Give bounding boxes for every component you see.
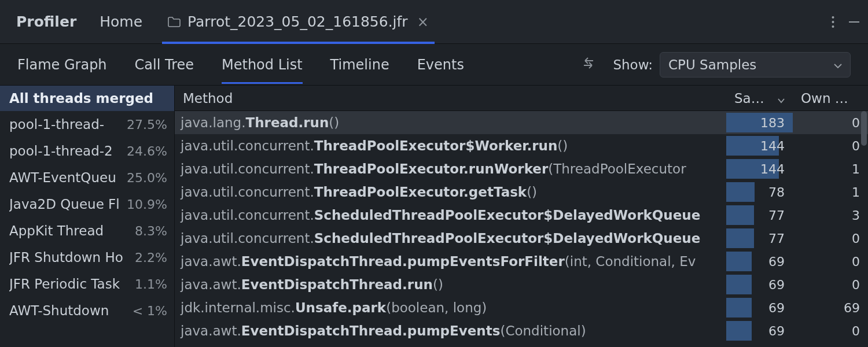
cell-method: java.awt.EventDispatchThread.pumpEvents(…	[175, 323, 726, 338]
table-row[interactable]: java.awt.EventDispatchThread.run()690	[175, 273, 868, 296]
thread-name: AWT-Shutdown	[9, 303, 130, 318]
view-toolbar: Flame Graph Call Tree Method List Timeli…	[0, 44, 868, 86]
scrollbar[interactable]	[861, 111, 867, 146]
sort-desc-icon	[778, 91, 785, 106]
cell-samples: 69	[726, 319, 793, 342]
table-row[interactable]: java.awt.EventDispatchThread.pumpEvents(…	[175, 319, 868, 342]
tab-events[interactable]: Events	[417, 46, 464, 83]
close-tab-icon[interactable]: ×	[417, 14, 429, 30]
cell-method: java.util.concurrent.ThreadPoolExecutor.…	[175, 161, 726, 176]
thread-pct: < 1%	[133, 304, 167, 318]
file-name: Parrot_2023_05_02_161856.jfr	[187, 13, 408, 30]
thread-name: pool-1-thread-2	[9, 143, 124, 158]
tab-method-list[interactable]: Method List	[222, 46, 303, 83]
file-tab[interactable]: Parrot_2023_05_02_161856.jfr ×	[162, 0, 435, 44]
sidebar-item[interactable]: pool-1-thread-224.6%	[0, 138, 174, 164]
cell-own: 0	[793, 116, 868, 130]
cell-method: java.util.concurrent.ScheduledThreadPool…	[175, 208, 726, 223]
show-label: Show:	[613, 57, 653, 72]
cell-method: java.util.concurrent.ThreadPoolExecutor$…	[175, 138, 726, 153]
col-method[interactable]: Method	[175, 91, 726, 106]
cell-own: 3	[793, 208, 868, 223]
sidebar-item[interactable]: pool-1-thread-27.5%	[0, 111, 174, 138]
table-row[interactable]: java.util.concurrent.ThreadPoolExecutor.…	[175, 157, 868, 180]
thread-name: AppKit Thread	[9, 223, 133, 238]
cell-method: java.util.concurrent.ThreadPoolExecutor.…	[175, 184, 726, 200]
thread-name: AWT-EventQueu	[9, 170, 124, 185]
sidebar-item[interactable]: JFR Shutdown Ho2.2%	[0, 244, 174, 271]
main-area: All threads merged pool-1-thread-27.5%po…	[0, 86, 868, 347]
table-row[interactable]: java.awt.EventDispatchThread.pumpEventsF…	[175, 250, 868, 273]
swap-icon[interactable]	[580, 56, 597, 73]
cell-method: jdk.internal.misc.Unsafe.park(boolean, l…	[175, 300, 726, 315]
cell-own: 0	[793, 324, 868, 338]
thread-name: JFR Shutdown Ho	[9, 250, 133, 265]
table-row[interactable]: jdk.internal.misc.Unsafe.park(boolean, l…	[175, 296, 868, 319]
table-row[interactable]: java.util.concurrent.ScheduledThreadPool…	[175, 204, 868, 227]
thread-pct: 2.2%	[135, 250, 167, 265]
sidebar-item[interactable]: AWT-Shutdown< 1%	[0, 297, 174, 324]
table-row[interactable]: java.util.concurrent.ScheduledThreadPool…	[175, 227, 868, 250]
cell-own: 0	[793, 139, 868, 153]
cell-own: 1	[793, 185, 868, 200]
cell-own: 69	[793, 301, 868, 315]
thread-name: Java2D Queue Fl	[9, 197, 124, 212]
kebab-menu-icon[interactable]	[832, 16, 834, 28]
methods-table: Method Sa… Own … java.lang.Thread.run()1…	[175, 86, 868, 347]
cell-samples: 69	[726, 250, 793, 273]
chevron-down-icon	[834, 57, 842, 72]
cell-own: 0	[793, 254, 868, 269]
cell-samples: 69	[726, 296, 793, 319]
cell-own: 0	[793, 278, 868, 292]
thread-pct: 10.9%	[127, 197, 167, 212]
sidebar-item[interactable]: AWT-EventQueu25.0%	[0, 164, 174, 191]
sidebar-header[interactable]: All threads merged	[0, 86, 174, 111]
home-tab[interactable]: Home	[100, 13, 142, 30]
table-header: Method Sa… Own …	[175, 86, 868, 111]
col-samples[interactable]: Sa…	[726, 91, 793, 106]
cell-own: 0	[793, 231, 868, 246]
col-own[interactable]: Own …	[793, 91, 868, 106]
cell-samples: 144	[726, 157, 793, 180]
show-combo-value: CPU Samples	[668, 57, 756, 72]
thread-pct: 27.5%	[127, 117, 167, 132]
svg-point-2	[832, 25, 834, 28]
tab-call-tree[interactable]: Call Tree	[135, 46, 194, 83]
thread-name: JFR Periodic Task	[9, 276, 133, 291]
table-row[interactable]: java.util.concurrent.ThreadPoolExecutor$…	[175, 134, 868, 157]
cell-method: java.awt.EventDispatchThread.run()	[175, 277, 726, 292]
tab-flame-graph[interactable]: Flame Graph	[17, 46, 107, 83]
cell-own: 1	[793, 162, 868, 176]
table-row[interactable]: java.util.concurrent.ThreadPoolExecutor.…	[175, 180, 868, 204]
threads-sidebar: All threads merged pool-1-thread-27.5%po…	[0, 86, 175, 347]
title-label: Profiler	[16, 13, 76, 30]
show-combo[interactable]: CPU Samples	[660, 52, 851, 77]
thread-name: pool-1-thread-	[9, 117, 124, 132]
svg-point-1	[832, 21, 834, 23]
sidebar-item[interactable]: Java2D Queue Fl10.9%	[0, 191, 174, 217]
cell-samples: 77	[726, 227, 793, 250]
cell-method: java.util.concurrent.ScheduledThreadPool…	[175, 231, 726, 246]
thread-pct: 8.3%	[135, 224, 167, 238]
tab-timeline[interactable]: Timeline	[330, 46, 389, 83]
cell-samples: 77	[726, 204, 793, 227]
cell-method: java.awt.EventDispatchThread.pumpEventsF…	[175, 254, 726, 269]
folder-icon	[168, 17, 181, 27]
cell-samples: 144	[726, 134, 793, 157]
thread-pct: 24.6%	[127, 144, 167, 158]
cell-samples: 69	[726, 273, 793, 296]
cell-samples: 78	[726, 180, 793, 204]
thread-pct: 25.0%	[127, 171, 167, 185]
main-header: Profiler Home Parrot_2023_05_02_161856.j…	[0, 0, 868, 44]
sidebar-item[interactable]: AppKit Thread8.3%	[0, 217, 174, 244]
sidebar-item[interactable]: JFR Periodic Task1.1%	[0, 271, 174, 297]
thread-pct: 1.1%	[135, 277, 167, 291]
table-body: java.lang.Thread.run()1830java.util.conc…	[175, 111, 868, 347]
svg-point-0	[832, 16, 834, 19]
table-row[interactable]: java.lang.Thread.run()1830	[175, 111, 868, 134]
cell-method: java.lang.Thread.run()	[175, 115, 726, 130]
cell-samples: 183	[726, 111, 793, 134]
sidebar-header-label: All threads merged	[9, 91, 153, 106]
minimize-icon[interactable]	[848, 16, 860, 28]
